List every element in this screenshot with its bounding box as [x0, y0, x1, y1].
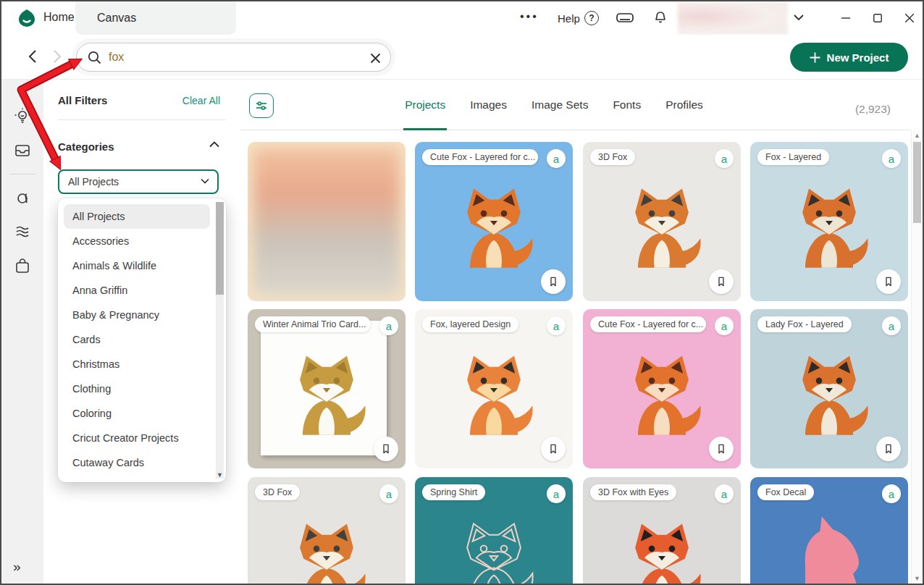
scroll-up-icon[interactable]: ▲ — [912, 132, 923, 139]
window-minimize-button[interactable] — [830, 1, 862, 35]
toolbar: New Project — [1, 35, 923, 80]
new-project-button[interactable]: New Project — [790, 43, 908, 72]
dropdown-scroll-down-icon[interactable]: ▼ — [216, 471, 224, 479]
tab-label: Projects — [405, 98, 445, 111]
category-option[interactable]: Coloring — [64, 401, 210, 426]
overflow-menu-icon[interactable]: ••• — [520, 10, 539, 23]
scroll-down-icon[interactable]: ▼ — [912, 575, 923, 582]
project-card[interactable]: Fox, layered Design a — [415, 309, 573, 468]
access-badge-icon: a — [547, 316, 566, 335]
titlebar: Home Canvas ••• Help ? — [1, 1, 923, 35]
fox-illustration — [272, 511, 382, 584]
project-title: Fox - Layered — [757, 149, 829, 165]
access-badge-icon: a — [882, 149, 901, 168]
fox-illustration — [607, 511, 718, 584]
project-card[interactable]: Fox Decal a — [750, 477, 908, 584]
search-clear-button[interactable] — [366, 49, 385, 67]
bookmark-button[interactable] — [876, 269, 901, 294]
sliders-icon — [255, 99, 268, 112]
expand-panel-chevrons-icon[interactable]: » — [13, 559, 21, 575]
project-card[interactable]: 3D Fox with Eyes a — [583, 477, 741, 584]
project-title: Fox, layered Design — [422, 316, 518, 332]
cricut-access-icon[interactable] — [12, 187, 33, 209]
category-option[interactable]: Cards — [64, 327, 210, 352]
help-button[interactable]: Help ? — [558, 11, 599, 25]
category-option[interactable]: Clothing — [64, 376, 210, 401]
project-title: Lady Fox - Layered — [757, 316, 852, 332]
bookmark-button[interactable] — [709, 437, 734, 461]
project-card[interactable]: Cute Fox - Layered for c... a — [415, 142, 573, 301]
category-select[interactable]: All Projects — [58, 169, 219, 194]
filter-divider — [58, 119, 226, 120]
waves-icon[interactable] — [12, 221, 33, 243]
tab-canvas[interactable]: Canvas — [75, 1, 236, 35]
account-chevron-down-icon[interactable] — [792, 13, 805, 22]
fox-illustration — [439, 343, 550, 454]
search-icon — [87, 50, 102, 65]
tab-home[interactable]: Home — [43, 11, 75, 24]
category-option[interactable]: All Projects — [64, 204, 210, 229]
category-option[interactable]: Cricut Creator Projects — [64, 426, 210, 450]
bookmark-button[interactable] — [709, 269, 734, 294]
project-card[interactable]: Cute Fox - Layered for c... a — [583, 309, 741, 468]
results-tab[interactable]: Profiles — [665, 98, 703, 113]
back-button[interactable] — [23, 46, 43, 67]
window-maximize-button[interactable] — [862, 1, 894, 35]
machine-icon[interactable] — [616, 11, 634, 25]
ideas-lightbulb-icon[interactable] — [12, 106, 33, 127]
fox-illustration — [607, 176, 718, 287]
category-option[interactable]: Accessories — [64, 229, 210, 253]
project-card[interactable]: 3D Fox a — [583, 142, 741, 301]
project-card[interactable]: 3D Fox a — [248, 477, 406, 584]
clear-all-link[interactable]: Clear All — [182, 95, 220, 106]
bookmark-button[interactable] — [541, 437, 566, 461]
results-tab[interactable]: Images — [470, 98, 507, 113]
window-close-button[interactable] — [894, 1, 924, 35]
access-badge-icon: a — [715, 484, 734, 503]
fox-illustration — [774, 511, 885, 584]
project-card[interactable]: Fox - Layered a — [750, 142, 908, 301]
access-badge-icon: a — [379, 484, 398, 503]
access-badge-icon: a — [882, 484, 901, 503]
category-option[interactable]: Animals & Wildlife — [64, 253, 210, 278]
forward-button[interactable] — [46, 46, 67, 67]
shop-bag-icon[interactable] — [12, 255, 33, 277]
tab-label: Image Sets — [532, 98, 588, 111]
category-option[interactable]: Anna Griffin — [64, 278, 210, 303]
project-title: 3D Fox with Eyes — [590, 484, 676, 500]
categories-collapse-chevron-icon[interactable] — [209, 140, 220, 148]
tab-label: Images — [470, 98, 507, 111]
results-tab[interactable]: Image Sets — [532, 98, 588, 113]
results-tab[interactable]: Projects — [405, 98, 445, 113]
left-icon-rail: » — [1, 80, 43, 584]
inbox-icon[interactable] — [12, 140, 33, 161]
project-title: Cute Fox - Layered for c... — [422, 149, 538, 165]
category-option[interactable]: Baby & Pregnancy — [64, 303, 210, 327]
bookmark-icon — [547, 275, 560, 288]
results-scrollbar-thumb[interactable] — [913, 142, 921, 223]
category-option[interactable]: Christmas — [64, 352, 210, 376]
access-badge-icon: a — [715, 149, 734, 168]
project-card[interactable]: Spring Shirt a — [415, 477, 573, 584]
bookmark-icon — [547, 442, 560, 455]
bookmark-button[interactable] — [876, 437, 901, 461]
results-scrollbar[interactable]: ▲ ▼ — [911, 130, 923, 584]
dropdown-scrollbar[interactable]: ▼ — [216, 202, 224, 479]
results-tab[interactable]: Fonts — [613, 98, 641, 113]
project-card[interactable]: Winter Animal Trio Card... a — [248, 309, 406, 468]
bookmark-button[interactable] — [374, 437, 398, 461]
notifications-bell-icon[interactable] — [652, 9, 669, 27]
select-chevron-down-icon — [200, 177, 210, 185]
user-account-blurred[interactable] — [678, 1, 788, 35]
project-card[interactable]: Lady Fox - Layered a — [750, 309, 908, 468]
categories-heading: Categories — [58, 140, 114, 153]
filters-toggle-button[interactable] — [249, 93, 274, 118]
fox-illustration — [439, 511, 550, 584]
search-input[interactable] — [109, 44, 348, 70]
access-badge-icon: a — [882, 316, 901, 335]
bookmark-button[interactable] — [541, 269, 566, 294]
project-card[interactable]: a — [248, 142, 406, 301]
dropdown-scrollbar-thumb[interactable] — [216, 202, 224, 295]
category-option[interactable]: Cutaway Cards — [64, 450, 210, 475]
filter-panel: All Filters Clear All Categories All Pro… — [43, 80, 240, 584]
